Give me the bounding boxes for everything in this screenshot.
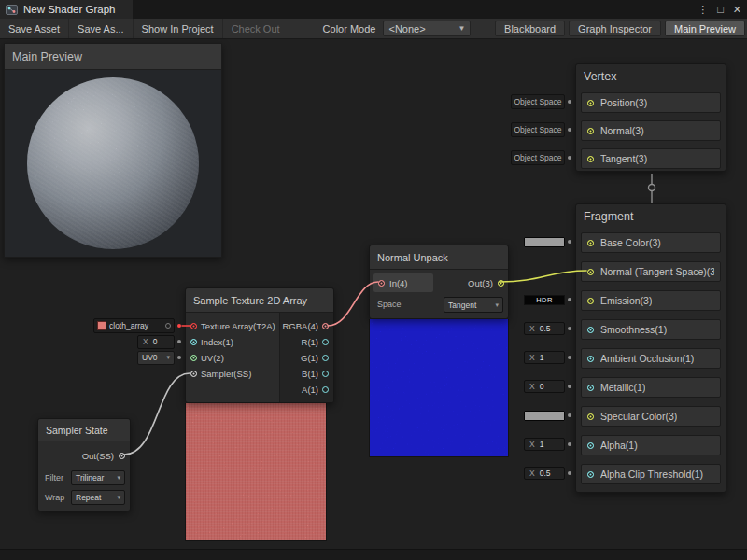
port-out-output[interactable] <box>498 280 504 287</box>
save-as-button[interactable]: Save As... <box>69 19 134 38</box>
port-normal-input[interactable] <box>587 128 594 134</box>
port-out-ss-output[interactable] <box>119 453 125 459</box>
port-a-output[interactable] <box>322 386 329 393</box>
port-index-input[interactable] <box>190 339 197 345</box>
wrap-dropdown[interactable]: Repeat ▾ <box>71 490 125 505</box>
port-g-output[interactable] <box>322 355 329 361</box>
float-value: 0.5 <box>540 469 551 478</box>
blackboard-toggle-button[interactable]: Blackboard <box>495 21 565 36</box>
main-preview-header[interactable]: Main Preview <box>5 44 221 70</box>
output-row-out-ss[interactable]: Out(SS) <box>82 447 125 464</box>
texture-object-field[interactable]: cloth_array <box>93 318 175 333</box>
output-row-out[interactable]: Out(3) <box>468 273 504 292</box>
window-menu-icon[interactable]: ⋮ <box>698 4 708 16</box>
window-close-icon[interactable]: ✕ <box>733 4 741 16</box>
output-row-r[interactable]: R(1) <box>280 334 333 350</box>
fragment-row-normal[interactable]: Normal (Tangent Space)(3) <box>581 261 721 282</box>
object-space-dropdown[interactable]: Object Space <box>511 94 565 109</box>
port-alpha-input[interactable] <box>587 442 594 449</box>
input-row-texture-array[interactable]: Texture Array(T2A) <box>186 318 279 334</box>
float-field[interactable]: X1 <box>524 438 565 451</box>
color-swatch[interactable] <box>524 237 565 247</box>
port-position-input[interactable] <box>587 100 594 106</box>
fragment-row-base-color[interactable]: Base Color(3) <box>581 232 721 253</box>
main-preview-panel[interactable]: Main Preview <box>4 43 222 258</box>
output-row-a[interactable]: A(1) <box>280 382 333 398</box>
fragment-row-specular-color[interactable]: Specular Color(3) <box>581 406 721 427</box>
port-base-color-input[interactable] <box>587 240 594 246</box>
object-space-dropdown[interactable]: Object Space <box>511 150 565 165</box>
fragment-row-alpha[interactable]: Alpha(1) <box>581 435 721 455</box>
uv-channel-dropdown[interactable]: UV0 ▾ <box>137 351 175 365</box>
port-label: Sampler(SS) <box>201 369 251 379</box>
port-uv-input[interactable] <box>190 355 197 361</box>
toolbar: Save Asset Save As... Show In Project Ch… <box>0 19 747 39</box>
input-row-sampler[interactable]: Sampler(SS) <box>186 366 279 382</box>
input-row-uv[interactable]: UV(2) <box>186 350 279 366</box>
object-picker-icon[interactable] <box>165 323 171 329</box>
node-sample-texture-2d-array[interactable]: Sample Texture 2D Array Texture Array(T2… <box>185 287 334 403</box>
port-sampler-input[interactable] <box>190 371 197 377</box>
fragment-row-ambient-occlusion[interactable]: Ambient Occlusion(1) <box>581 348 721 369</box>
output-row-rgba[interactable]: RGBA(4) <box>280 318 333 334</box>
node-normal-unpack[interactable]: Normal Unpack In(4) Out(3) Space Tangent… <box>369 245 509 319</box>
output-row-b[interactable]: B(1) <box>280 366 333 382</box>
float-field[interactable]: X0.5 <box>524 467 565 480</box>
node-vertex[interactable]: Vertex Position(3) Normal(3) Tangent(3) <box>575 63 726 172</box>
save-asset-button[interactable]: Save Asset <box>0 19 69 38</box>
input-row-in[interactable]: In(4) <box>374 273 433 292</box>
vertex-row-normal[interactable]: Normal(3) <box>581 120 721 141</box>
vertex-row-position[interactable]: Position(3) <box>581 92 721 113</box>
float-value: 0 <box>540 382 544 391</box>
port-specular-color-input[interactable] <box>587 413 594 420</box>
position-space-widget: Object Space <box>510 94 571 109</box>
color-mode-dropdown[interactable]: <None> ▼ <box>383 21 471 36</box>
port-metallic-input[interactable] <box>587 385 594 391</box>
port-rgba-output[interactable] <box>322 323 329 329</box>
port-label: G(1) <box>301 353 318 363</box>
space-label: Space <box>377 300 402 309</box>
float-field[interactable]: X0 <box>524 380 565 393</box>
window-title-tab[interactable]: New Shader Graph <box>0 0 133 19</box>
float-field[interactable]: X 0 <box>137 335 175 349</box>
port-label: RGBA(4) <box>282 321 318 331</box>
port-smoothness-input[interactable] <box>587 327 594 333</box>
color-swatch[interactable] <box>524 411 565 421</box>
fragment-row-emission[interactable]: Emission(3) <box>581 290 721 311</box>
window-maximize-icon[interactable]: □ <box>717 4 724 15</box>
window-titlebar[interactable]: New Shader Graph ⋮ □ ✕ <box>0 0 747 19</box>
port-ambient-occlusion-input[interactable] <box>587 356 594 362</box>
fragment-row-smoothness[interactable]: Smoothness(1) <box>581 319 721 340</box>
output-row-g[interactable]: G(1) <box>280 350 333 366</box>
fragment-row-metallic[interactable]: Metallic(1) <box>581 377 721 398</box>
input-row-index[interactable]: Index(1) <box>186 334 279 350</box>
chevron-down-icon: ▾ <box>117 494 120 501</box>
float-field[interactable]: X1 <box>524 351 565 364</box>
port-label: Tangent(3) <box>600 153 647 164</box>
color-mode-label: Color Mode <box>316 19 384 38</box>
port-r-output[interactable] <box>322 339 329 345</box>
port-in-input[interactable] <box>378 280 385 287</box>
port-label: Out(SS) <box>82 451 114 461</box>
port-emission-input[interactable] <box>587 298 594 304</box>
float-field[interactable]: X0.5 <box>524 322 565 335</box>
node-sampler-state[interactable]: Sampler State Out(SS) Filter Trilinear ▾… <box>37 418 131 511</box>
color-mode-value: <None> <box>388 23 425 35</box>
port-alpha-clip-input[interactable] <box>587 471 594 478</box>
node-fragment[interactable]: Fragment Base Color(3) Normal (Tangent S… <box>575 203 726 493</box>
space-dropdown[interactable]: Tangent ▾ <box>444 297 503 313</box>
axis-label: X <box>143 337 148 346</box>
vertex-row-tangent[interactable]: Tangent(3) <box>581 148 721 169</box>
filter-dropdown[interactable]: Trilinear ▾ <box>71 470 125 485</box>
show-in-project-button[interactable]: Show In Project <box>134 19 223 38</box>
hdr-color-swatch[interactable]: HDR <box>524 295 565 305</box>
main-preview-toggle-button[interactable]: Main Preview <box>665 21 745 36</box>
port-normal-tangent-input[interactable] <box>587 269 594 275</box>
port-b-output[interactable] <box>322 371 329 377</box>
specular-color-widget <box>508 408 571 423</box>
fragment-row-alpha-clip[interactable]: Alpha Clip Threshold(1) <box>581 464 721 484</box>
port-texture-array-input[interactable] <box>190 323 197 329</box>
graph-inspector-toggle-button[interactable]: Graph Inspector <box>569 21 661 36</box>
port-tangent-input[interactable] <box>587 156 594 162</box>
object-space-dropdown[interactable]: Object Space <box>511 122 565 137</box>
